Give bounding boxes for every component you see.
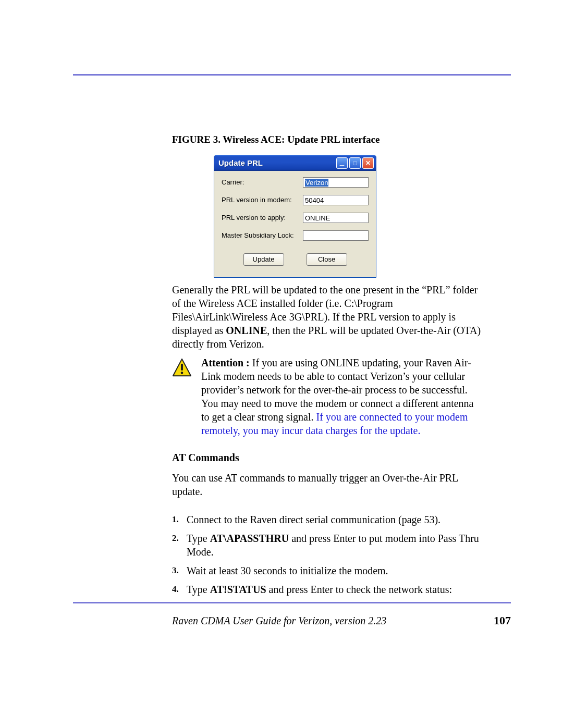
window-client: Carrier: Verizon PRL version in modem: 5… xyxy=(214,171,376,277)
field-prl-modem[interactable]: 50404 xyxy=(303,195,369,205)
attention-block: Attention : If you are using ONLINE upda… xyxy=(172,356,482,437)
field-carrier-value: Verizon xyxy=(305,179,328,187)
step-4-b: and press Enter to check the network sta… xyxy=(266,584,452,595)
footer-page-number: 107 xyxy=(494,614,511,627)
label-prl-apply: PRL version to apply: xyxy=(222,213,303,223)
step-2-num: 2. xyxy=(172,532,187,559)
row-prl-apply: PRL version to apply: ONLINE xyxy=(222,213,369,223)
step-3-num: 3. xyxy=(172,564,187,577)
label-msl: Master Subsidiary Lock: xyxy=(222,231,303,240)
update-button[interactable]: Update xyxy=(243,253,284,266)
svg-point-2 xyxy=(181,372,183,374)
step-3-text: Wait at least 30 seconds to initialize t… xyxy=(187,564,482,577)
window-controls: ─ □ ✕ xyxy=(336,157,374,169)
step-1-num: 1. xyxy=(172,513,187,526)
paragraph-prl-folder: Generally the PRL will be updated to the… xyxy=(172,283,482,351)
svg-rect-1 xyxy=(181,364,183,370)
minimize-button[interactable]: ─ xyxy=(336,157,348,169)
bottom-rule xyxy=(73,602,511,603)
row-carrier: Carrier: Verizon xyxy=(222,177,369,188)
step-3: 3. Wait at least 30 seconds to initializ… xyxy=(172,564,482,577)
titlebar[interactable]: Update PRL ─ □ ✕ xyxy=(214,155,376,171)
attention-icon xyxy=(172,358,192,381)
figure-caption: FIGURE 3. Wireless ACE: Update PRL inter… xyxy=(172,133,482,146)
window-title: Update PRL xyxy=(218,158,263,168)
steps-list: 1. Connect to the Raven direct serial co… xyxy=(172,513,482,596)
paragraph-at: You can use AT commands to manually trig… xyxy=(172,471,482,498)
label-prl-modem: PRL version in modem: xyxy=(222,195,303,205)
step-4-a: Type xyxy=(187,584,210,595)
footer-doc-title: Raven CDMA User Guide for Verizon, versi… xyxy=(172,615,386,627)
field-prl-apply[interactable]: ONLINE xyxy=(303,213,369,223)
step-2-text: Type AT\APASSTHRU and press Enter to put… xyxy=(187,532,482,559)
row-msl: Master Subsidiary Lock: xyxy=(222,230,369,241)
step-4: 4. Type AT!STATUS and press Enter to che… xyxy=(172,583,482,596)
attention-label: Attention : xyxy=(201,357,250,368)
close-button[interactable]: ✕ xyxy=(362,157,374,169)
maximize-button[interactable]: □ xyxy=(349,157,361,169)
step-2: 2. Type AT\APASSTHRU and press Enter to … xyxy=(172,532,482,559)
figure-title: Wireless ACE: Update PRL interface xyxy=(223,134,380,145)
top-rule xyxy=(73,74,511,76)
label-carrier: Carrier: xyxy=(222,178,303,187)
step-4-num: 4. xyxy=(172,583,187,596)
step-4-cmd: AT!STATUS xyxy=(210,584,266,595)
step-2-a: Type xyxy=(187,533,210,544)
attention-text: Attention : If you are using ONLINE upda… xyxy=(201,356,482,437)
field-msl[interactable] xyxy=(303,230,369,241)
page-footer: Raven CDMA User Guide for Verizon, versi… xyxy=(73,614,511,627)
field-carrier[interactable]: Verizon xyxy=(303,177,369,188)
step-1: 1. Connect to the Raven direct serial co… xyxy=(172,513,482,526)
page-content: FIGURE 3. Wireless ACE: Update PRL inter… xyxy=(172,133,482,601)
row-prl-modem: PRL version in modem: 50404 xyxy=(222,195,369,205)
update-prl-window: Update PRL ─ □ ✕ Carrier: Verizon PRL ve… xyxy=(214,155,376,278)
step-4-text: Type AT!STATUS and press Enter to check … xyxy=(187,583,482,596)
step-1-text: Connect to the Raven direct serial commu… xyxy=(187,513,482,526)
close-dialog-button[interactable]: Close xyxy=(307,253,347,266)
para1-online: ONLINE xyxy=(226,325,267,336)
subhead-at-commands: AT Commands xyxy=(172,451,482,465)
figure-window-wrap: Update PRL ─ □ ✕ Carrier: Verizon PRL ve… xyxy=(214,155,482,278)
button-row: Update Close xyxy=(222,248,369,273)
figure-label: FIGURE 3. xyxy=(172,134,221,145)
step-2-cmd: AT\APASSTHRU xyxy=(210,533,289,544)
